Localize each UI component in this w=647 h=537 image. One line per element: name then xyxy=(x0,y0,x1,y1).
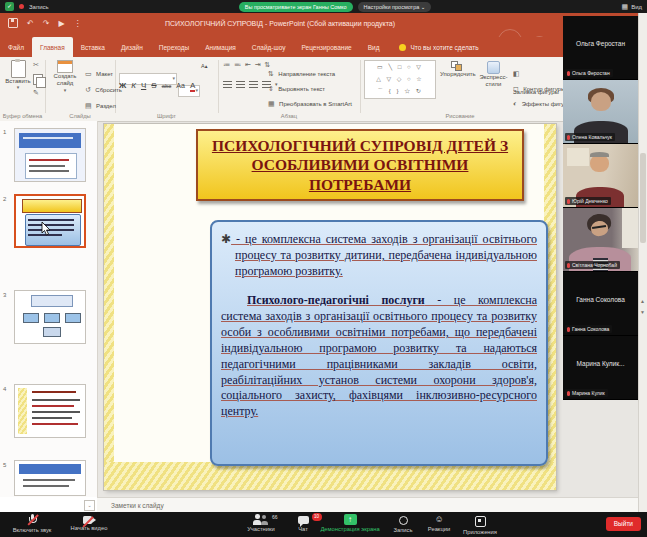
tab-design[interactable]: Дизайн xyxy=(113,37,151,57)
group-label-clipboard: Буфер обмена xyxy=(0,113,45,119)
list-indent-icons[interactable]: ≔ ≕ ⇤ ⇥ ⇅ xyxy=(223,61,271,69)
arrange-icon xyxy=(451,61,463,71)
reactions-label: Реакции xyxy=(422,526,456,532)
scrollbar-thumb[interactable] xyxy=(640,153,646,243)
paste-button[interactable]: Вставить ▾ xyxy=(4,60,32,90)
muted-mic-icon xyxy=(28,514,37,526)
participants-icon: 66 xyxy=(253,514,269,525)
mouse-cursor xyxy=(41,221,52,236)
security-shield-icon[interactable]: ✓ xyxy=(5,2,14,11)
scroll-down-icon[interactable]: ▼ xyxy=(640,309,645,315)
slide-title-box[interactable]: ПСИХОЛОГІЧНИЙ СУПРОВІД ДІТЕЙ З ОСОБЛИВИМ… xyxy=(196,129,524,201)
arrange-label: Упорядочить xyxy=(440,71,474,78)
copy-icon[interactable] xyxy=(33,74,43,85)
tab-slideshow[interactable]: Слайд-шоу xyxy=(244,37,294,57)
zoom-app-window: ✓ Запись Вы просматриваете экран Ганны С… xyxy=(0,0,647,537)
view-options-dropdown[interactable]: Настройки просмотра ⌄ xyxy=(358,2,432,12)
vertical-scrollbar[interactable]: ▲ ▼ xyxy=(638,13,647,512)
participant-tile[interactable]: Ганна Соколова Ганна Соколова xyxy=(563,272,638,336)
clear-format-button[interactable]: abc xyxy=(162,83,172,89)
participant-tile[interactable]: Ольга Феростан Ольга Феростан xyxy=(563,16,638,80)
tab-transitions[interactable]: Переходы xyxy=(151,37,198,57)
ppt-title-bar: ↶ ↷ ▶ ⋮ ПСИХОЛОГІЧНИЙ СУПРОВІД - PowerPo… xyxy=(0,13,647,37)
unmute-button[interactable]: Включить звук xyxy=(8,514,56,533)
participants-label: Участники xyxy=(238,526,284,532)
recording-icon xyxy=(19,4,24,9)
slide-thumbnail-5[interactable] xyxy=(14,460,86,496)
participant-label: Олена Ковальчук xyxy=(565,133,615,141)
tab-review[interactable]: Рецензирование xyxy=(293,37,359,57)
section-icon: ▤ xyxy=(85,102,92,109)
slide-canvas[interactable]: ПСИХОЛОГІЧНИЙ СУПРОВІД ДІТЕЙ З ОСОБЛИВИМ… xyxy=(104,124,556,490)
record-label: Запись xyxy=(388,527,418,533)
chat-button[interactable]: 10 Чат xyxy=(290,514,316,532)
participants-count: 66 xyxy=(272,514,278,520)
lightbulb-icon xyxy=(399,44,406,51)
slide-thumbnail-1[interactable] xyxy=(14,128,86,182)
start-video-button[interactable]: Начать видео xyxy=(66,514,112,531)
slide-border-hatch xyxy=(104,124,114,490)
smartart-button[interactable]: ▦ Преобразовать в SmartArt xyxy=(268,92,352,110)
chevron-down-icon: ⌄ xyxy=(421,4,426,10)
zoom-bottom-toolbar: Включить звук ^ Начать видео ^ 66 Участн… xyxy=(0,512,647,537)
arrange-button[interactable]: Упорядочить xyxy=(440,61,474,78)
tab-file[interactable]: Файл xyxy=(0,37,32,57)
participant-tile[interactable]: Марина Кулик... Марина Кулик xyxy=(563,336,638,400)
view-button[interactable]: ▦ Вид xyxy=(622,3,642,10)
tab-animations[interactable]: Анимация xyxy=(197,37,244,57)
shapes-gallery[interactable]: ▭ ╲ □ ○ ▽ △ ▽ ◇ ○ ☆ ⌒ { } ☆ ↻ xyxy=(364,60,436,99)
tab-home[interactable]: Главная xyxy=(32,37,73,57)
scroll-up-icon[interactable]: ▲ xyxy=(640,298,645,304)
reset-icon: ↺ xyxy=(85,86,91,93)
asterisk-bullet: ✱ xyxy=(221,232,231,246)
notes-collapse-button[interactable]: ⌄ xyxy=(84,500,95,511)
tab-view[interactable]: Вид xyxy=(360,37,388,57)
participant-tile[interactable]: Юрій Демченко xyxy=(563,144,638,208)
apps-button[interactable]: Приложения xyxy=(460,514,500,535)
cut-icon[interactable]: ✂ xyxy=(33,61,39,69)
italic-button[interactable]: К xyxy=(131,81,136,90)
participant-name: Марина Кулик... xyxy=(563,360,638,367)
align-text-icon: ⇕ xyxy=(268,85,274,92)
record-button[interactable]: Запись xyxy=(388,514,418,533)
muted-mic-icon xyxy=(567,199,570,204)
strikethrough-button[interactable]: S xyxy=(151,81,156,90)
muted-mic-icon xyxy=(567,71,570,76)
window-title: ПСИХОЛОГІЧНИЙ СУПРОВІД - PowerPoint (Сбо… xyxy=(0,20,560,27)
muted-mic-icon xyxy=(567,391,570,396)
font-color-button[interactable]: А xyxy=(190,81,195,92)
tab-insert[interactable]: Вставка xyxy=(73,37,113,57)
notes-pane[interactable]: Заметки к слайду xyxy=(97,497,638,513)
slide-thumbnail-4[interactable] xyxy=(14,384,86,438)
shape-outline-icon: ◻ xyxy=(513,85,519,92)
underline-button[interactable]: Ч xyxy=(141,81,146,90)
apps-icon xyxy=(475,516,486,527)
leave-meeting-button[interactable]: Выйти xyxy=(606,517,641,531)
new-slide-button[interactable]: Создать слайд ▾ xyxy=(48,60,82,93)
slide-thumbnail-panel: 1 2 3 4 xyxy=(0,121,98,497)
slide-thumbnail-3[interactable] xyxy=(14,290,86,344)
participants-button[interactable]: 66 Участники xyxy=(238,514,284,532)
format-painter-icon[interactable]: ✎ xyxy=(33,89,39,97)
bold-button[interactable]: Ж xyxy=(119,81,126,90)
share-screen-button[interactable]: ↑ Демонстрация экрана xyxy=(318,514,382,532)
reactions-button[interactable]: ☺ Реакции xyxy=(422,514,456,532)
group-label-paragraph: Абзац xyxy=(218,113,360,119)
shape-effects-button[interactable]: ◐ Эффекты фигур xyxy=(513,92,568,110)
quick-styles-button[interactable]: Экспресс-стили xyxy=(477,61,510,88)
grow-font-icon[interactable]: А▴ xyxy=(201,63,207,69)
slide-number: 5 xyxy=(3,462,6,468)
tell-me-box[interactable]: Что вы хотите сделать xyxy=(399,37,478,57)
ribbon-tab-bar: Файл Главная Вставка Дизайн Переходы Ани… xyxy=(0,37,647,57)
change-case-button[interactable]: Аа xyxy=(176,82,185,89)
participant-tile[interactable]: Світлана Чорнобай xyxy=(563,208,638,272)
section-label: Раздел xyxy=(96,103,116,109)
participant-tile[interactable]: Олена Ковальчук xyxy=(563,80,638,144)
chevron-down-icon: ▾ xyxy=(4,84,32,90)
slide-border-hatch xyxy=(104,462,556,490)
quick-styles-icon xyxy=(487,61,500,74)
slide-body-box[interactable]: ✱ - це комплексна система заходів з орга… xyxy=(210,220,548,466)
section-button[interactable]: ▤ Раздел xyxy=(85,94,116,112)
participant-label: Юрій Демченко xyxy=(565,197,611,205)
slide-number: 3 xyxy=(3,292,6,298)
